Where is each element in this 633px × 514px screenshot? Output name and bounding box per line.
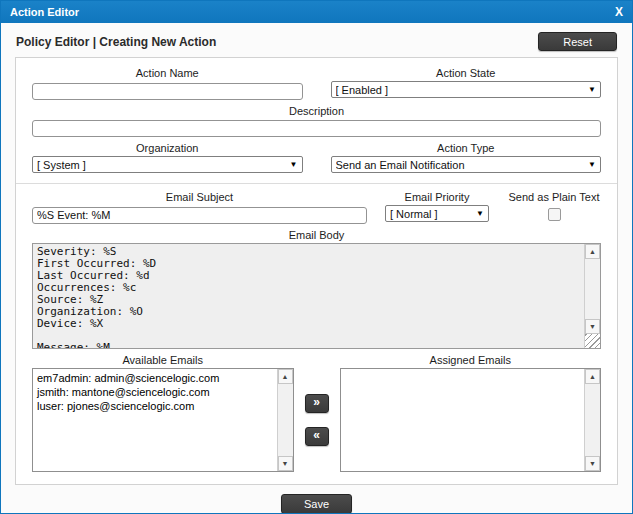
scroll-up-glyph: ▲ [589,248,596,255]
email-priority-select[interactable]: [ Normal ] ▼ [385,205,489,222]
email-priority-value: [ Normal ] [390,208,438,220]
titlebar: Action Editor X [1,1,632,23]
scroll-down-icon[interactable]: ▼ [278,456,293,471]
description-input[interactable] [32,120,601,137]
email-subject-fields: [ Normal ] ▼ [32,205,601,224]
action-type-value: Send an Email Notification [336,159,465,171]
section-divider [16,183,617,184]
email-subject-labels: Email Subject Email Priority Send as Pla… [32,186,601,205]
scroll-up-icon[interactable]: ▲ [585,369,600,384]
move-buttons-column: » « [294,368,340,472]
scrollbar-track[interactable] [278,384,293,456]
email-priority-label: Email Priority [385,191,489,203]
scroll-up-glyph: ▲ [589,373,596,380]
name-state-fields: [ Enabled ] ▼ [32,81,601,100]
move-left-button[interactable]: « [305,427,329,446]
action-name-input[interactable] [32,83,303,100]
action-state-value: [ Enabled ] [336,84,389,96]
email-body-scrollbar[interactable]: ▲ ▼ [584,244,600,348]
resize-grip-icon[interactable] [585,334,600,348]
email-body-textarea[interactable]: Severity: %S First Occurred: %D Last Occ… [33,244,584,348]
scroll-down-glyph: ▼ [589,323,596,330]
move-right-button[interactable]: » [305,394,329,413]
send-plain-text-label: Send as Plain Text [507,191,601,203]
scroll-up-glyph: ▲ [282,373,289,380]
save-row: Save [1,494,632,514]
scrollbar-track[interactable] [585,384,600,456]
email-lists-row: em7admin: admin@sciencelogic.comjsmith: … [32,368,601,472]
scrollbar-track[interactable] [585,259,600,319]
assigned-emails-items [341,369,585,471]
email-body-field: Severity: %S First Occurred: %D Last Occ… [32,243,601,349]
available-emails-items: em7admin: admin@sciencelogic.comjsmith: … [33,369,277,471]
close-icon[interactable]: X [615,6,623,18]
organization-label: Organization [32,142,303,154]
description-label: Description [32,105,601,117]
list-item[interactable]: em7admin: admin@sciencelogic.com [37,371,273,385]
lists-label-spacer [294,349,340,368]
action-name-label: Action Name [32,67,303,79]
scroll-down-glyph: ▼ [589,460,596,467]
chevron-down-icon: ▼ [588,86,596,94]
list-item[interactable]: luser: pjones@sciencelogic.com [37,399,273,413]
organization-value: [ System ] [37,159,86,171]
assigned-emails-listbox[interactable]: ▲ ▼ [340,368,602,472]
list-item[interactable]: jsmith: mantone@sciencelogic.com [37,385,273,399]
chevron-down-icon: ▼ [290,161,298,169]
org-type-labels: Organization Action Type [32,137,601,156]
name-state-labels: Action Name Action State [32,62,601,81]
org-type-fields: [ System ] ▼ Send an Email Notification … [32,156,601,173]
assigned-emails-scrollbar[interactable]: ▲ ▼ [584,369,600,471]
available-emails-scrollbar[interactable]: ▲ ▼ [277,369,293,471]
action-state-select[interactable]: [ Enabled ] ▼ [331,81,602,98]
action-type-label: Action Type [331,142,602,154]
window-title: Action Editor [10,6,79,18]
organization-select[interactable]: [ System ] ▼ [32,156,303,173]
scroll-down-icon[interactable]: ▼ [585,456,600,471]
chevron-down-icon: ▼ [476,210,484,218]
action-editor-window: Action Editor X Policy Editor | Creating… [0,0,633,514]
action-type-select[interactable]: Send an Email Notification ▼ [331,156,602,173]
available-emails-label: Available Emails [32,354,294,366]
scroll-down-icon[interactable]: ▼ [585,319,600,334]
action-state-label: Action State [331,67,602,79]
scroll-down-glyph: ▼ [282,460,289,467]
send-plain-text-checkbox[interactable] [548,208,561,221]
scroll-up-icon[interactable]: ▲ [585,244,600,259]
reset-button[interactable]: Reset [538,32,617,51]
save-button[interactable]: Save [281,494,352,514]
action-form: Action Name Action State [ Enabled ] ▼ D… [15,57,618,485]
chevron-down-icon: ▼ [588,161,596,169]
email-lists-labels: Available Emails Assigned Emails [32,349,601,368]
email-body-label: Email Body [32,229,601,241]
email-subject-input[interactable] [32,207,367,224]
available-emails-listbox[interactable]: em7admin: admin@sciencelogic.comjsmith: … [32,368,294,472]
header-row: Policy Editor | Creating New Action Rese… [1,23,632,57]
breadcrumb: Policy Editor | Creating New Action [16,35,216,49]
email-subject-label: Email Subject [32,191,367,203]
assigned-emails-label: Assigned Emails [340,354,602,366]
scroll-up-icon[interactable]: ▲ [278,369,293,384]
